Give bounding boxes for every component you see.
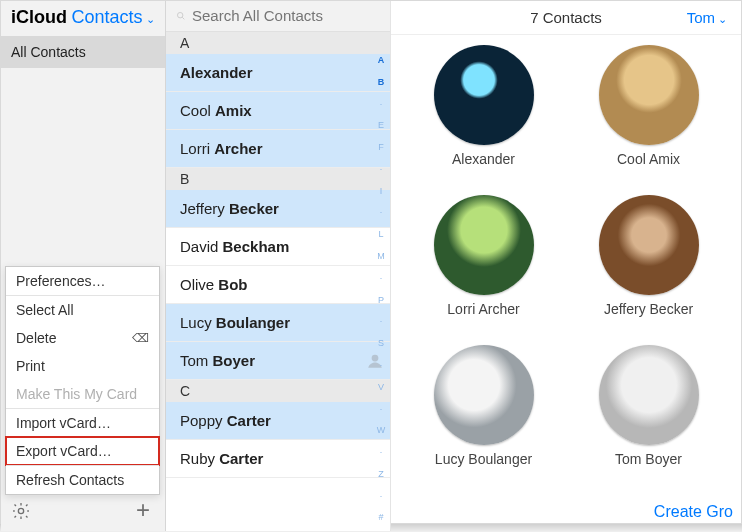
search-icon (176, 8, 186, 24)
contact-name: Cool Amix (617, 151, 680, 167)
menu-select-all[interactable]: Select All (6, 296, 159, 324)
me-card-icon (366, 352, 384, 370)
contact-row[interactable]: Ruby Carter (166, 440, 390, 478)
contact-card[interactable]: Cool Amix (566, 45, 731, 195)
contact-row[interactable]: Tom Boyer (166, 342, 390, 380)
contact-row[interactable]: Poppy Carter (166, 402, 390, 440)
search-input[interactable] (192, 7, 382, 24)
account-dropdown[interactable]: Tom⌄ (687, 9, 727, 26)
contact-name: Alexander (452, 151, 515, 167)
section-header: B (166, 168, 390, 190)
svg-point-1 (177, 12, 182, 17)
contact-name: Jeffery Becker (604, 301, 693, 317)
contact-row[interactable]: Lucy Boulanger (166, 304, 390, 342)
contact-row[interactable]: Cool Amix (166, 92, 390, 130)
contact-card[interactable]: Lucy Boulanger (401, 345, 566, 495)
contact-row[interactable]: Olive Bob (166, 266, 390, 304)
contact-list-pane: AAlexanderCool AmixLorri ArcherBJeffery … (166, 1, 391, 531)
contact-name: Lucy Boulanger (435, 451, 532, 467)
contact-card[interactable]: Jeffery Becker (566, 195, 731, 345)
detail-pane: 7 Contacts Tom⌄ AlexanderCool AmixLorri … (391, 1, 741, 531)
menu-delete[interactable]: Delete ⌫ (6, 324, 159, 352)
contact-row[interactable]: David Beckham (166, 228, 390, 266)
avatar (434, 345, 534, 445)
avatar (434, 45, 534, 145)
contact-row[interactable]: Alexander (166, 54, 390, 92)
contacts-dropdown[interactable]: Contacts⌄ (71, 7, 154, 27)
contact-card[interactable]: Alexander (401, 45, 566, 195)
settings-menu: Preferences… Select All Delete ⌫ Print M… (5, 266, 160, 495)
menu-make-my-card: Make This My Card (6, 380, 159, 408)
svg-point-3 (372, 354, 379, 361)
backspace-icon: ⌫ (132, 331, 149, 345)
contact-count: 7 Contacts (530, 9, 602, 26)
gear-icon[interactable] (11, 501, 31, 521)
avatar (599, 345, 699, 445)
app-title-bar: iCloud Contacts⌄ (1, 1, 165, 36)
sidebar-item-all-contacts[interactable]: All Contacts (1, 36, 165, 68)
icloud-label: iCloud (11, 7, 67, 27)
add-button[interactable]: + (133, 501, 153, 521)
avatar (599, 45, 699, 145)
contact-card[interactable]: Lorri Archer (401, 195, 566, 345)
avatar (434, 195, 534, 295)
menu-refresh-contacts[interactable]: Refresh Contacts (6, 466, 159, 494)
sidebar-footer: + (1, 495, 165, 531)
detail-header: 7 Contacts Tom⌄ (391, 1, 741, 35)
svg-point-0 (18, 508, 23, 513)
menu-print[interactable]: Print (6, 352, 159, 380)
sidebar: iCloud Contacts⌄ All Contacts Preference… (1, 1, 166, 531)
chevron-down-icon: ⌄ (146, 13, 155, 26)
contact-name: Tom Boyer (615, 451, 682, 467)
chevron-down-icon: ⌄ (718, 13, 727, 26)
create-group-button[interactable]: Create Gro (654, 503, 733, 521)
section-header: A (166, 32, 390, 54)
contact-scroll[interactable]: AAlexanderCool AmixLorri ArcherBJeffery … (166, 32, 390, 531)
contact-name: Lorri Archer (447, 301, 519, 317)
contact-card[interactable]: Tom Boyer (566, 345, 731, 495)
section-header: C (166, 380, 390, 402)
menu-export-vcard[interactable]: Export vCard… (5, 436, 160, 466)
menu-import-vcard[interactable]: Import vCard… (6, 409, 159, 437)
menu-preferences[interactable]: Preferences… (6, 267, 159, 295)
contact-grid: AlexanderCool AmixLorri ArcherJeffery Be… (391, 35, 741, 495)
svg-line-2 (182, 17, 184, 19)
search-bar (166, 1, 390, 32)
contact-row[interactable]: Lorri Archer (166, 130, 390, 168)
avatar (599, 195, 699, 295)
contact-row[interactable]: Jeffery Becker (166, 190, 390, 228)
